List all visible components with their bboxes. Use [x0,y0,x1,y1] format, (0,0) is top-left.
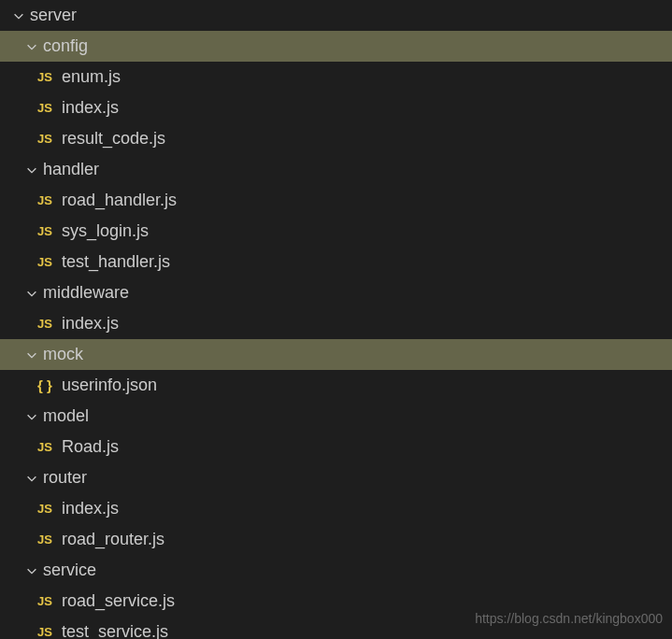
file-label: test_handler.js [62,252,170,272]
file-userinfo.json[interactable]: { }userinfo.json [0,370,672,401]
folder-label: model [43,406,89,426]
file-label: result_code.js [62,129,165,149]
file-label: userinfo.json [62,376,157,395]
file-label: test_service.js [62,622,168,639]
json-file-icon: { } [36,376,54,395]
chevron-down-icon [24,563,39,578]
folder-router[interactable]: router [0,462,672,493]
folder-label: middleware [43,283,129,303]
js-file-icon: JS [36,192,54,210]
file-label: index.js [62,98,119,118]
folder-label: service [43,561,96,580]
folder-server[interactable]: server [0,0,672,31]
folder-handler[interactable]: handler [0,154,672,185]
folder-label: handler [43,160,99,179]
js-file-icon: JS [36,253,54,272]
js-file-icon: JS [36,592,54,611]
file-index.js[interactable]: JSindex.js [0,92,672,123]
js-file-icon: JS [36,500,54,518]
js-file-icon: JS [36,315,54,334]
file-label: index.js [62,499,119,518]
file-sys_login.js[interactable]: JSsys_login.js [0,216,672,247]
file-enum.js[interactable]: JSenum.js [0,62,672,92]
folder-middleware[interactable]: middleware [0,277,672,308]
folder-service[interactable]: service [0,555,672,586]
js-file-icon: JS [36,222,54,241]
js-file-icon: JS [36,68,54,87]
file-label: index.js [62,314,119,334]
folder-config[interactable]: config [0,31,672,62]
chevron-down-icon [24,409,39,424]
js-file-icon: JS [36,130,54,149]
file-Road.js[interactable]: JSRoad.js [0,432,672,462]
folder-mock[interactable]: mock [0,339,672,370]
watermark-text: https://blog.csdn.net/kingbox000 [475,611,663,626]
file-road_router.js[interactable]: JSroad_router.js [0,524,672,555]
js-file-icon: JS [36,99,54,118]
folder-label: mock [43,345,83,364]
file-label: road_handler.js [62,191,177,210]
folder-label: router [43,468,87,488]
folder-label: server [30,6,77,25]
file-label: road_router.js [62,530,164,549]
chevron-down-icon [24,286,39,301]
file-index.js[interactable]: JSindex.js [0,308,672,339]
folder-label: config [43,36,88,56]
chevron-down-icon [11,8,26,23]
folder-model[interactable]: model [0,401,672,432]
chevron-down-icon [24,163,39,178]
chevron-down-icon [24,39,39,54]
file-index.js[interactable]: JSindex.js [0,493,672,524]
chevron-down-icon [24,471,39,486]
file-label: enum.js [62,67,121,87]
js-file-icon: JS [36,623,54,640]
file-road_handler.js[interactable]: JSroad_handler.js [0,185,672,216]
file-label: road_service.js [62,591,175,611]
chevron-down-icon [24,348,39,362]
file-label: sys_login.js [62,221,149,241]
file-label: Road.js [62,437,119,457]
js-file-icon: JS [36,438,54,457]
file-result_code.js[interactable]: JSresult_code.js [0,123,672,154]
file-explorer-tree[interactable]: serverconfigJSenum.jsJSindex.jsJSresult_… [0,0,672,639]
file-test_handler.js[interactable]: JStest_handler.js [0,247,672,277]
js-file-icon: JS [36,531,54,549]
